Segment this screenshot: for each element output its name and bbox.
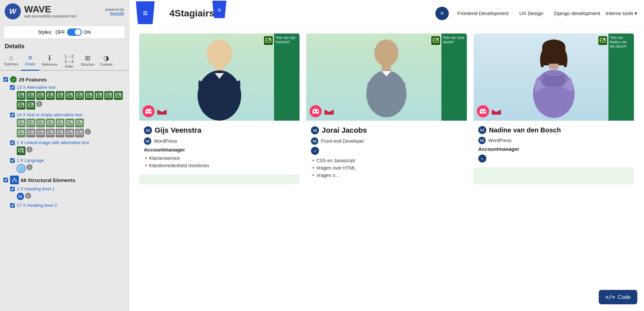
card-icons-jorai xyxy=(310,105,334,117)
h1-label: 1 X Heading level 1 xyxy=(17,186,55,191)
card-role-nadine: WordPress xyxy=(488,138,512,143)
nav-item-django[interactable]: Django development xyxy=(549,10,606,16)
css-shield-small-area: ≡ xyxy=(212,1,226,19)
tab-structure-label: Structure xyxy=(81,63,95,66)
list-item: Klanttevredenheid monitoren xyxy=(145,163,295,169)
svg-point-56 xyxy=(14,178,15,179)
features-checkbox[interactable] xyxy=(3,77,8,82)
alt-text-info-icon[interactable]: i xyxy=(36,101,42,107)
svg-point-57 xyxy=(12,181,13,182)
gijs-silhouette xyxy=(182,34,256,121)
h2-badge-jorai: h2 xyxy=(311,126,319,134)
structural-icon xyxy=(10,176,19,184)
linked-img-info-icon[interactable]: i xyxy=(26,146,33,152)
card-role-gijs: WordPress xyxy=(154,138,177,144)
img-icon xyxy=(26,101,35,110)
tab-contrast-label: Contrast xyxy=(100,63,113,66)
svg-point-39 xyxy=(80,121,82,122)
card-info-jorai: h2 Jorai Jacobs h3 Front-end Developer ≡… xyxy=(306,121,467,184)
person-card-gijs: *foto van Gijs Veenstra* xyxy=(139,34,300,184)
tab-details[interactable]: ≡ Details xyxy=(21,52,39,71)
svg-line-59 xyxy=(13,179,14,181)
h3-badge-jorai: h3 xyxy=(311,137,318,145)
features-section-header: ✓ 29 Features xyxy=(3,76,125,83)
reference-icon: ℹ xyxy=(48,54,51,62)
language-checkbox[interactable] xyxy=(10,158,15,163)
svg-point-41 xyxy=(22,131,23,132)
nav-item-ux[interactable]: UX Design xyxy=(514,10,549,16)
tab-contrast[interactable]: ◑ Contrast xyxy=(97,52,115,71)
css-shield-large: ≡ xyxy=(136,1,155,24)
svg-point-23 xyxy=(22,103,23,105)
null-img-icon xyxy=(36,119,45,127)
alt-text-icons: i xyxy=(17,91,125,110)
css-shield-small: ≡ xyxy=(212,1,226,18)
powered-by-block: powered by WebAIM xyxy=(105,7,124,15)
toggle-knob xyxy=(75,29,81,35)
img-icon xyxy=(85,91,94,100)
img-icon xyxy=(26,91,35,100)
linked-img-icons: i xyxy=(17,146,125,155)
right-panel: ≡ ≡ 4Stagiairs ≡ Frontend Development UX… xyxy=(129,0,644,311)
webaim-link[interactable]: WebAIM xyxy=(110,11,124,15)
img-icon xyxy=(17,91,25,100)
alt-text-checkbox[interactable] xyxy=(10,85,15,90)
card-list-jorai: CSS en Javascript Vragen over HTML Vrage… xyxy=(311,158,462,178)
nav-item-frontend[interactable]: Frontend Development xyxy=(452,10,514,16)
structural-checkbox[interactable] xyxy=(3,178,8,182)
null-img-icon xyxy=(56,119,64,127)
null-alt-checkbox[interactable] xyxy=(10,113,15,117)
green-bar-gijs: *foto van Gijs Veenstra* xyxy=(274,34,300,121)
svg-text:≡: ≡ xyxy=(218,7,221,13)
tab-order[interactable]: 1→23→4 Order xyxy=(60,52,78,71)
img-icon xyxy=(46,91,55,100)
language-icon: 🌐 xyxy=(17,164,25,173)
toggle-track[interactable] xyxy=(67,28,82,36)
nadine-silhouette xyxy=(517,34,591,121)
styles-off-label: OFF xyxy=(56,29,65,35)
card-name-row-jorai: h2 Jorai Jacobs xyxy=(311,126,462,135)
card-name-nadine: Nadine van den Bosch xyxy=(489,126,561,134)
img-icon xyxy=(75,91,84,100)
nadine-list-icon: ≡ xyxy=(478,154,629,163)
alt-text-label: 13 X Alternative text xyxy=(17,85,56,90)
h1-checkbox[interactable] xyxy=(10,187,15,191)
null-alt-subsection: 14 X Null or empty alternative text xyxy=(10,112,125,137)
img-icon xyxy=(95,91,103,100)
null-img-icon xyxy=(75,129,84,137)
tab-structure[interactable]: ⊞ Structure xyxy=(78,52,97,71)
h1-info-icon[interactable]: i xyxy=(25,193,31,199)
svg-point-70 xyxy=(269,39,270,40)
svg-point-81 xyxy=(603,39,605,40)
nav-item-interne[interactable]: Interne tools ▾ xyxy=(605,10,637,16)
null-alt-info-icon[interactable]: i xyxy=(85,129,91,135)
structure-icon: ⊞ xyxy=(85,54,91,62)
code-button-label: Code xyxy=(618,294,631,300)
null-alt-icons-row1 xyxy=(17,119,125,127)
nav-icon: ≡ xyxy=(435,7,449,20)
svg-point-58 xyxy=(15,181,17,182)
discord-icon-gijs xyxy=(143,105,155,117)
h2-checkbox[interactable] xyxy=(10,203,15,208)
tab-reference[interactable]: ℹ Reference xyxy=(39,52,60,71)
site-nav: ≡ Frontend Development UX Design Django … xyxy=(435,7,637,20)
site-header: ≡ ≡ 4Stagiairs ≡ Frontend Development UX… xyxy=(129,0,644,27)
tab-summary[interactable]: ⌂ Summary xyxy=(1,52,21,71)
code-button[interactable]: </> Code xyxy=(599,290,637,304)
svg-rect-72 xyxy=(382,65,391,71)
img-icon xyxy=(65,91,74,100)
null-alt-label: 14 X Null or empty alternative text xyxy=(17,112,82,117)
svg-point-45 xyxy=(41,131,43,132)
language-info-icon[interactable]: i xyxy=(26,164,33,170)
null-alt-icons-row2: i xyxy=(17,129,125,137)
null-img-icon xyxy=(26,129,35,137)
null-img-icon xyxy=(56,129,64,137)
list-item: Vragen o... xyxy=(312,172,462,178)
svg-point-1 xyxy=(22,94,23,95)
wave-img-icon-jorai xyxy=(431,36,440,45)
linked-img-checkbox[interactable] xyxy=(10,140,15,145)
structural-section-header: 68 Structural Elements xyxy=(3,176,125,184)
styles-toggle[interactable]: OFF ON xyxy=(56,28,91,36)
nav-dropdown-arrow: ▾ xyxy=(635,10,637,16)
code-icon: </> xyxy=(605,294,615,300)
